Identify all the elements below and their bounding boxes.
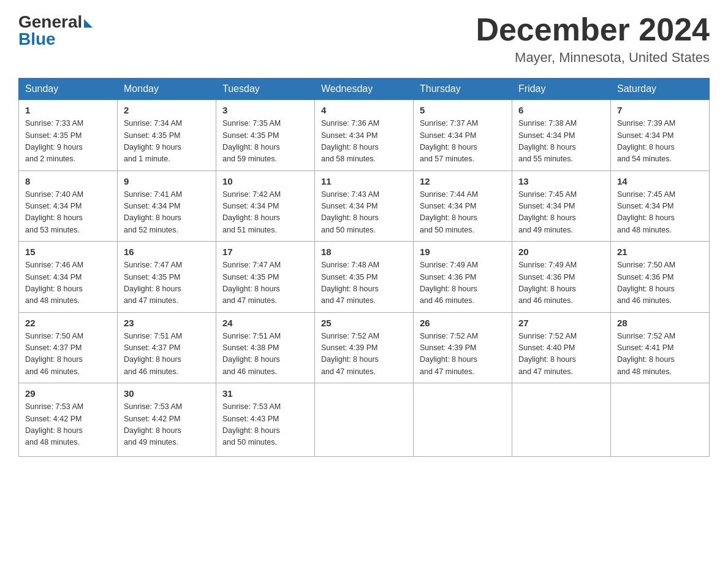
day-number: 9 [124, 176, 210, 186]
table-row: 16 Sunrise: 7:47 AMSunset: 4:35 PMDaylig… [118, 242, 216, 313]
day-info: Sunrise: 7:35 AMSunset: 4:35 PMDaylight:… [222, 119, 281, 163]
location-title: Mayer, Minnesota, United States [476, 50, 710, 66]
day-info: Sunrise: 7:52 AMSunset: 4:41 PMDaylight:… [617, 332, 675, 376]
table-row: 9 Sunrise: 7:41 AMSunset: 4:34 PMDayligh… [118, 170, 216, 242]
logo-blue-text: Blue [18, 29, 56, 49]
day-info: Sunrise: 7:47 AMSunset: 4:35 PMDaylight:… [222, 261, 281, 305]
day-number: 14 [617, 176, 703, 186]
table-row: 31 Sunrise: 7:53 AMSunset: 4:43 PMDaylig… [216, 383, 315, 457]
table-row: 17 Sunrise: 7:47 AMSunset: 4:35 PMDaylig… [216, 242, 315, 313]
table-row: 18 Sunrise: 7:48 AMSunset: 4:35 PMDaylig… [315, 242, 414, 313]
day-info: Sunrise: 7:47 AMSunset: 4:35 PMDaylight:… [124, 261, 182, 305]
day-info: Sunrise: 7:49 AMSunset: 4:36 PMDaylight:… [518, 261, 577, 305]
day-number: 24 [222, 318, 308, 328]
title-section: December 2024 Mayer, Minnesota, United S… [476, 12, 710, 66]
col-friday: Friday [512, 79, 611, 100]
table-row: 24 Sunrise: 7:51 AMSunset: 4:38 PMDaylig… [216, 312, 315, 383]
day-number: 19 [420, 247, 506, 257]
day-info: Sunrise: 7:38 AMSunset: 4:34 PMDaylight:… [518, 119, 577, 163]
table-row [315, 383, 414, 457]
day-info: Sunrise: 7:53 AMSunset: 4:42 PMDaylight:… [124, 402, 182, 446]
day-info: Sunrise: 7:46 AMSunset: 4:34 PMDaylight:… [25, 261, 83, 305]
day-info: Sunrise: 7:45 AMSunset: 4:34 PMDaylight:… [518, 190, 577, 234]
day-number: 7 [617, 105, 703, 115]
day-number: 16 [124, 247, 210, 257]
table-row: 22 Sunrise: 7:50 AMSunset: 4:37 PMDaylig… [19, 312, 118, 383]
day-number: 25 [321, 318, 407, 328]
table-row: 12 Sunrise: 7:44 AMSunset: 4:34 PMDaylig… [414, 170, 512, 242]
table-row: 13 Sunrise: 7:45 AMSunset: 4:34 PMDaylig… [512, 170, 611, 242]
day-number: 20 [518, 247, 604, 257]
day-number: 18 [321, 247, 407, 257]
month-title: December 2024 [476, 12, 710, 47]
table-row [414, 383, 512, 457]
day-number: 31 [222, 388, 308, 399]
table-row: 2 Sunrise: 7:34 AMSunset: 4:35 PMDayligh… [118, 100, 216, 171]
day-info: Sunrise: 7:49 AMSunset: 4:36 PMDaylight:… [420, 261, 478, 305]
table-row: 26 Sunrise: 7:52 AMSunset: 4:39 PMDaylig… [414, 312, 512, 383]
col-wednesday: Wednesday [315, 79, 414, 100]
table-row: 8 Sunrise: 7:40 AMSunset: 4:34 PMDayligh… [19, 170, 118, 242]
day-number: 21 [617, 247, 703, 257]
day-info: Sunrise: 7:51 AMSunset: 4:37 PMDaylight:… [124, 332, 182, 376]
day-info: Sunrise: 7:45 AMSunset: 4:34 PMDaylight:… [617, 190, 675, 234]
day-number: 2 [124, 105, 210, 115]
day-info: Sunrise: 7:53 AMSunset: 4:42 PMDaylight:… [25, 402, 83, 446]
day-number: 13 [518, 176, 604, 186]
table-row: 28 Sunrise: 7:52 AMSunset: 4:41 PMDaylig… [611, 312, 710, 383]
day-info: Sunrise: 7:37 AMSunset: 4:34 PMDaylight:… [420, 119, 478, 163]
table-row: 4 Sunrise: 7:36 AMSunset: 4:34 PMDayligh… [315, 100, 414, 171]
day-info: Sunrise: 7:40 AMSunset: 4:34 PMDaylight:… [25, 190, 83, 234]
day-number: 15 [25, 247, 111, 257]
calendar-week-row: 15 Sunrise: 7:46 AMSunset: 4:34 PMDaylig… [19, 242, 710, 313]
day-number: 8 [25, 176, 111, 186]
day-number: 23 [124, 318, 210, 328]
table-row: 6 Sunrise: 7:38 AMSunset: 4:34 PMDayligh… [512, 100, 611, 171]
day-info: Sunrise: 7:52 AMSunset: 4:40 PMDaylight:… [518, 332, 577, 376]
calendar-week-row: 29 Sunrise: 7:53 AMSunset: 4:42 PMDaylig… [19, 383, 710, 457]
table-row: 30 Sunrise: 7:53 AMSunset: 4:42 PMDaylig… [118, 383, 216, 457]
day-number: 1 [25, 105, 111, 115]
day-info: Sunrise: 7:48 AMSunset: 4:35 PMDaylight:… [321, 261, 379, 305]
day-number: 11 [321, 176, 407, 186]
col-thursday: Thursday [414, 79, 512, 100]
table-row: 11 Sunrise: 7:43 AMSunset: 4:34 PMDaylig… [315, 170, 414, 242]
day-info: Sunrise: 7:41 AMSunset: 4:34 PMDaylight:… [124, 190, 182, 234]
calendar-week-row: 1 Sunrise: 7:33 AMSunset: 4:35 PMDayligh… [19, 100, 710, 171]
col-tuesday: Tuesday [216, 79, 315, 100]
table-row [512, 383, 611, 457]
table-row: 15 Sunrise: 7:46 AMSunset: 4:34 PMDaylig… [19, 242, 118, 313]
table-row: 7 Sunrise: 7:39 AMSunset: 4:34 PMDayligh… [611, 100, 710, 171]
day-number: 28 [617, 318, 703, 328]
day-info: Sunrise: 7:50 AMSunset: 4:36 PMDaylight:… [617, 261, 675, 305]
table-row: 5 Sunrise: 7:37 AMSunset: 4:34 PMDayligh… [414, 100, 512, 171]
calendar-week-row: 8 Sunrise: 7:40 AMSunset: 4:34 PMDayligh… [19, 170, 710, 242]
calendar-week-row: 22 Sunrise: 7:50 AMSunset: 4:37 PMDaylig… [19, 312, 710, 383]
table-row: 29 Sunrise: 7:53 AMSunset: 4:42 PMDaylig… [19, 383, 118, 457]
day-info: Sunrise: 7:42 AMSunset: 4:34 PMDaylight:… [222, 190, 281, 234]
day-info: Sunrise: 7:51 AMSunset: 4:38 PMDaylight:… [222, 332, 281, 376]
day-number: 29 [25, 388, 111, 399]
calendar-header-row: Sunday Monday Tuesday Wednesday Thursday… [19, 79, 710, 100]
day-info: Sunrise: 7:43 AMSunset: 4:34 PMDaylight:… [321, 190, 379, 234]
table-row: 1 Sunrise: 7:33 AMSunset: 4:35 PMDayligh… [19, 100, 118, 171]
table-row: 25 Sunrise: 7:52 AMSunset: 4:39 PMDaylig… [315, 312, 414, 383]
day-number: 17 [222, 247, 308, 257]
day-info: Sunrise: 7:52 AMSunset: 4:39 PMDaylight:… [420, 332, 478, 376]
day-info: Sunrise: 7:50 AMSunset: 4:37 PMDaylight:… [25, 332, 83, 376]
day-info: Sunrise: 7:34 AMSunset: 4:35 PMDaylight:… [124, 119, 182, 163]
day-number: 3 [222, 105, 308, 115]
day-info: Sunrise: 7:39 AMSunset: 4:34 PMDaylight:… [617, 119, 675, 163]
page-header: General Blue December 2024 Mayer, Minnes… [18, 12, 710, 66]
day-info: Sunrise: 7:53 AMSunset: 4:43 PMDaylight:… [222, 402, 281, 446]
logo: General Blue [18, 12, 93, 49]
col-monday: Monday [118, 79, 216, 100]
day-number: 30 [124, 388, 210, 399]
day-info: Sunrise: 7:44 AMSunset: 4:34 PMDaylight:… [420, 190, 478, 234]
day-number: 26 [420, 318, 506, 328]
day-info: Sunrise: 7:52 AMSunset: 4:39 PMDaylight:… [321, 332, 379, 376]
table-row: 19 Sunrise: 7:49 AMSunset: 4:36 PMDaylig… [414, 242, 512, 313]
table-row: 21 Sunrise: 7:50 AMSunset: 4:36 PMDaylig… [611, 242, 710, 313]
calendar-table: Sunday Monday Tuesday Wednesday Thursday… [18, 78, 710, 457]
table-row: 3 Sunrise: 7:35 AMSunset: 4:35 PMDayligh… [216, 100, 315, 171]
